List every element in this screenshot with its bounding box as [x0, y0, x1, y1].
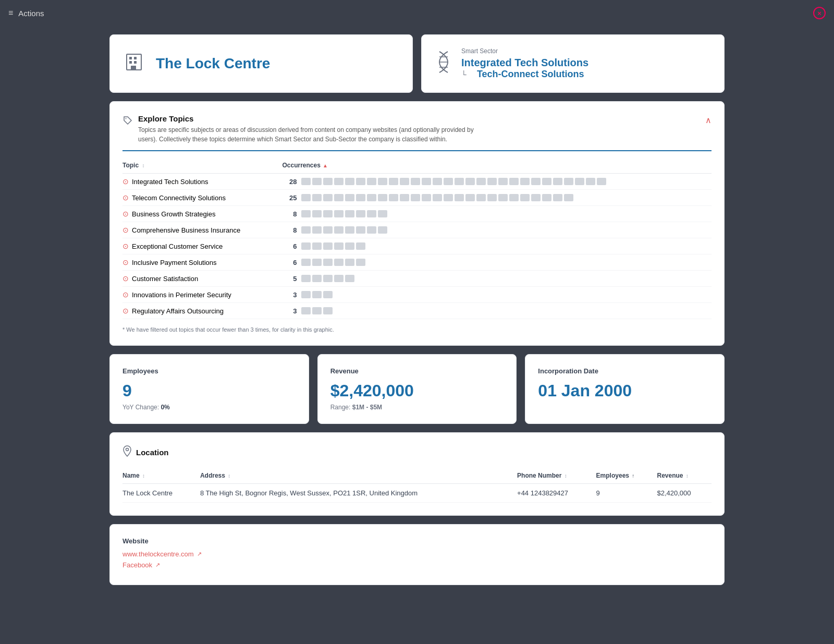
bar-segment — [312, 242, 322, 250]
website-link[interactable]: www.thelockcentre.com ↗ — [122, 550, 712, 558]
occ-cell: 8 — [283, 226, 708, 234]
loc-col-address[interactable]: Address ↕ — [200, 468, 517, 484]
bar-segment — [312, 291, 322, 298]
bar-segment — [422, 194, 431, 201]
topic-row-icon: ⊙ — [122, 274, 129, 283]
bar-segment — [345, 275, 354, 282]
topics-footer-note: * We have filtered out topics that occur… — [122, 326, 712, 333]
bar-segment — [323, 178, 333, 185]
table-row: ⊙ Regulatory Affairs Outsourcing 3 — [122, 303, 712, 319]
table-row: ⊙ Innovations in Perimeter Security 3 — [122, 287, 712, 303]
topic-name-cell: ⊙ Telecom Connectivity Solutions — [122, 193, 278, 202]
bar-segment — [356, 178, 365, 185]
occ-number: 25 — [283, 194, 297, 202]
bar-segment — [312, 226, 322, 234]
bar-segment — [455, 194, 464, 201]
occurrences-col-header[interactable]: Occurrences ▲ — [283, 157, 712, 174]
table-row: The Lock Centre 8 The High St, Bognor Re… — [122, 484, 712, 503]
company-card: The Lock Centre — [109, 34, 413, 93]
company-name: The Lock Centre — [156, 55, 270, 72]
incorporation-card: Incorporation Date 01 Jan 2000 — [525, 354, 725, 424]
bar-segment — [312, 275, 322, 282]
bar-segment — [301, 226, 311, 234]
loc-col-employees[interactable]: Employees ↑ — [596, 468, 657, 484]
bar-segment — [367, 194, 376, 201]
hamburger-icon[interactable]: ≡ — [8, 8, 13, 18]
bar-segment — [301, 275, 311, 282]
bar-container — [301, 307, 333, 314]
bar-segment — [378, 226, 387, 234]
link-label: Facebook — [122, 561, 152, 569]
loc-col-name[interactable]: Name ↕ — [122, 468, 200, 484]
bar-segment — [345, 259, 354, 266]
occ-number: 6 — [283, 259, 297, 266]
bar-segment — [345, 226, 354, 234]
employees-label: Employees — [122, 367, 296, 375]
table-row: ⊙ Integrated Tech Solutions 28 — [122, 174, 712, 190]
topics-card: Explore Topics Topics are specific subje… — [109, 101, 725, 346]
bar-segment — [465, 194, 475, 201]
occ-number: 8 — [283, 210, 297, 218]
bar-segment — [597, 178, 606, 185]
bar-segment — [356, 210, 365, 217]
bar-container — [301, 226, 387, 234]
sector-content: Smart Sector Integrated Tech Solutions └… — [461, 47, 588, 80]
topic-row-icon: ⊙ — [122, 210, 129, 218]
topic-row-icon: ⊙ — [122, 307, 129, 315]
employees-sub: YoY Change: 0% — [122, 404, 296, 411]
sector-primary-name: Integrated Tech Solutions — [461, 57, 588, 69]
website-link[interactable]: Facebook ↗ — [122, 561, 712, 569]
bar-segment — [356, 242, 365, 250]
bar-segment — [444, 194, 453, 201]
topics-header-left: Explore Topics Topics are specific subje… — [122, 114, 493, 144]
topic-row-icon: ⊙ — [122, 193, 129, 202]
occ-cell: 6 — [283, 242, 708, 250]
loc-col-phone[interactable]: Phone Number ↕ — [517, 468, 596, 484]
bar-segment — [520, 194, 530, 201]
close-button[interactable]: × — [813, 7, 826, 19]
bar-segment — [509, 194, 519, 201]
sector-indent: └ Tech-Connect Solutions — [461, 69, 588, 80]
bar-segment — [389, 194, 398, 201]
bar-segment — [345, 210, 354, 217]
bar-container — [301, 242, 365, 250]
occ-number: 3 — [283, 291, 297, 299]
occ-cell: 6 — [283, 259, 708, 266]
bar-container — [301, 275, 354, 282]
bar-segment — [487, 178, 497, 185]
bar-segment — [378, 178, 387, 185]
actions-label: Actions — [18, 9, 44, 18]
bar-segment — [542, 194, 551, 201]
bar-segment — [542, 178, 551, 185]
bar-segment — [301, 194, 311, 201]
topic-name-cell: ⊙ Comprehensive Business Insurance — [122, 226, 278, 234]
revenue-range: Range: $1M - $5M — [330, 404, 504, 411]
tag-icon — [122, 115, 133, 128]
svg-rect-2 — [134, 57, 137, 59]
bar-segment — [433, 178, 442, 185]
loc-col-revenue[interactable]: Revenue ↕ — [657, 468, 712, 484]
bar-segment — [345, 242, 354, 250]
top-bar: ≡ Actions × — [0, 0, 834, 26]
bar-segment — [476, 178, 486, 185]
location-header: Location — [122, 445, 712, 459]
location-card: Location Name ↕ Address ↕ Phone Number ↕… — [109, 432, 725, 516]
bar-segment — [455, 178, 464, 185]
bar-segment — [444, 178, 453, 185]
bar-segment — [498, 178, 508, 185]
bar-segment — [323, 291, 333, 298]
bar-container — [301, 194, 573, 201]
website-title: Website — [122, 537, 712, 545]
occ-number: 5 — [283, 275, 297, 283]
svg-rect-3 — [129, 61, 132, 64]
table-row: ⊙ Customer Satisfaction 5 — [122, 271, 712, 287]
bar-segment — [433, 194, 442, 201]
bar-segment — [411, 194, 420, 201]
bar-segment — [334, 226, 344, 234]
svg-rect-5 — [131, 66, 136, 70]
topic-name-cell: ⊙ Customer Satisfaction — [122, 274, 278, 283]
collapse-button[interactable]: ∧ — [705, 115, 712, 125]
top-bar-left: ≡ Actions — [8, 8, 44, 18]
occ-cell: 8 — [283, 210, 708, 218]
topic-col-header[interactable]: Topic ↕ — [122, 157, 283, 174]
